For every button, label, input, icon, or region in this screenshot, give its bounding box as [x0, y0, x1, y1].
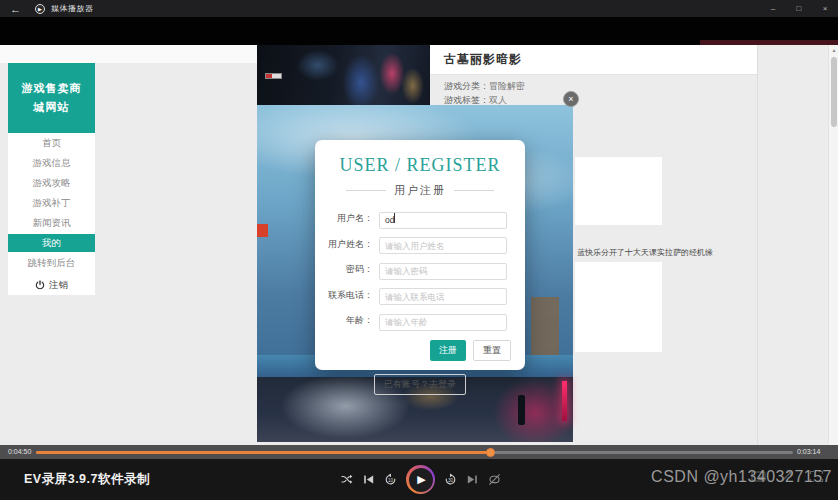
- content-divider: [757, 45, 758, 445]
- reset-button[interactable]: 重置: [473, 340, 511, 361]
- progress-handle[interactable]: [486, 448, 495, 457]
- close-icon: ×: [568, 94, 573, 104]
- window-title: 媒体播放器: [51, 3, 94, 14]
- media-player-window: ← ▶ 媒体播放器 – □ × 游戏售卖商城网站 首页 游戏信息 游戏攻略 游戏…: [0, 0, 838, 500]
- list-badge: [257, 224, 268, 237]
- game-tag-label: 游戏标签：: [444, 95, 489, 105]
- next-track-icon: [466, 473, 479, 486]
- scroll-up-icon[interactable]: ▲: [829, 47, 838, 53]
- modal-subtitle: 用户注册: [394, 183, 446, 198]
- flag-decoration: [265, 73, 282, 79]
- password-label: 密码：: [321, 263, 379, 276]
- username-input[interactable]: [379, 212, 507, 229]
- game-tag-value: 双人: [489, 95, 507, 105]
- watermark-text: CSDN @yh1340327157: [651, 468, 832, 486]
- realname-input[interactable]: [379, 237, 507, 254]
- logout-button[interactable]: 注销: [8, 273, 95, 297]
- forward-30-button[interactable]: 30: [444, 473, 457, 486]
- login-link[interactable]: 已有账号？去登录: [374, 374, 466, 395]
- game-category-row: 游戏分类：冒险解密: [444, 80, 525, 93]
- shuffle-button[interactable]: [340, 473, 353, 486]
- logout-label: 注销: [49, 279, 68, 292]
- realname-label: 用户姓名：: [321, 238, 379, 251]
- sidebar-item-game-info[interactable]: 游戏信息: [8, 153, 95, 173]
- person-silhouette: [518, 395, 525, 425]
- player-control-bar: EV录屏3.9.7软件录制 10: [0, 459, 838, 500]
- game-category-label: 游戏分类：: [444, 81, 489, 91]
- progress-track[interactable]: [36, 451, 793, 454]
- power-icon: [35, 280, 45, 290]
- previous-button[interactable]: [362, 473, 375, 486]
- game-cover-image: [257, 45, 430, 113]
- game-category-value: 冒险解密: [489, 81, 525, 91]
- divider-line: [346, 190, 386, 191]
- form-row: 联系电话：: [321, 286, 525, 306]
- remaining-time: 0:03:14: [797, 448, 820, 455]
- register-modal: USER / REGISTER 用户注册 用户名： 用户姓名：: [315, 140, 525, 370]
- username-label: 用户名：: [321, 212, 379, 225]
- sidebar-item-home[interactable]: 首页: [8, 133, 95, 153]
- app-play-icon: ▶: [35, 4, 45, 14]
- phone-input[interactable]: [379, 288, 507, 305]
- shuffle-icon: [340, 473, 353, 486]
- modal-title: USER / REGISTER: [315, 155, 525, 176]
- svg-text:30: 30: [448, 478, 454, 483]
- text-cursor: [394, 213, 395, 223]
- password-input[interactable]: [379, 263, 507, 280]
- replay-10-icon: 10: [384, 473, 397, 486]
- form-row: 密码：: [321, 260, 525, 280]
- back-icon[interactable]: ←: [10, 3, 21, 15]
- phone-label: 联系电话：: [321, 289, 379, 302]
- game-info-panel: 古墓丽影暗影: [430, 45, 757, 75]
- forward-30-icon: 30: [444, 473, 457, 486]
- scrollbar-thumb[interactable]: [831, 57, 837, 127]
- minimize-button[interactable]: –: [760, 0, 786, 17]
- play-button[interactable]: ▶: [406, 465, 435, 494]
- play-icon: ▶: [417, 473, 425, 486]
- form-row: 用户名：: [321, 209, 525, 229]
- sidebar-item-mine[interactable]: 我的: [8, 234, 95, 252]
- modal-close-button[interactable]: ×: [563, 91, 579, 107]
- previous-track-icon: [362, 473, 375, 486]
- register-form: 用户名： 用户姓名： 密码： 联系电话：: [315, 209, 525, 331]
- progress-fill: [36, 451, 491, 454]
- form-row: 年龄：: [321, 311, 525, 331]
- sidebar-item-news[interactable]: 新闻资讯: [8, 213, 95, 233]
- repeat-off-icon: [488, 473, 501, 486]
- page-scrollbar[interactable]: ▲: [828, 45, 838, 445]
- register-button[interactable]: 注册: [430, 340, 466, 361]
- site-title: 游戏售卖商城网站: [8, 63, 95, 133]
- divider-line: [454, 190, 494, 191]
- recorded-webpage: 游戏售卖商城网站 首页 游戏信息 游戏攻略 游戏补丁 新闻资讯 我的 跳转到后台…: [0, 45, 838, 445]
- sidebar-item-backend[interactable]: 跳转到后台: [8, 253, 95, 273]
- game-title: 古墓丽影暗影: [444, 51, 522, 68]
- recorder-label: EV录屏3.9.7软件录制: [24, 471, 150, 488]
- sidebar: 游戏售卖商城网站 首页 游戏信息 游戏攻略 游戏补丁 新闻资讯 我的 跳转到后台…: [8, 63, 95, 295]
- page-top-margin: [0, 45, 257, 63]
- maximize-button[interactable]: □: [786, 0, 812, 17]
- content-panel: [575, 157, 662, 225]
- news-text[interactable]: 蓝快乐分开了十大天课实拉萨的经机缘: [577, 247, 687, 258]
- window-titlebar: ← ▶ 媒体播放器 – □ ×: [0, 0, 838, 17]
- neon-light: [562, 381, 567, 421]
- modal-subtitle-row: 用户注册: [315, 183, 525, 198]
- age-label: 年龄：: [321, 314, 379, 327]
- building-silhouette: [531, 297, 559, 361]
- svg-text:10: 10: [388, 478, 394, 483]
- form-row: 用户姓名：: [321, 235, 525, 255]
- rewind-10-button[interactable]: 10: [384, 473, 397, 486]
- elapsed-time: 0:04:50: [8, 448, 31, 455]
- age-input[interactable]: [379, 314, 507, 331]
- close-button[interactable]: ×: [812, 0, 838, 17]
- next-button[interactable]: [466, 473, 479, 486]
- seek-bar[interactable]: 0:04:50 0:03:14: [0, 445, 838, 459]
- repeat-off-button[interactable]: [488, 473, 501, 486]
- sidebar-item-game-guide[interactable]: 游戏攻略: [8, 173, 95, 193]
- content-panel: [575, 262, 662, 352]
- sidebar-item-game-patch[interactable]: 游戏补丁: [8, 193, 95, 213]
